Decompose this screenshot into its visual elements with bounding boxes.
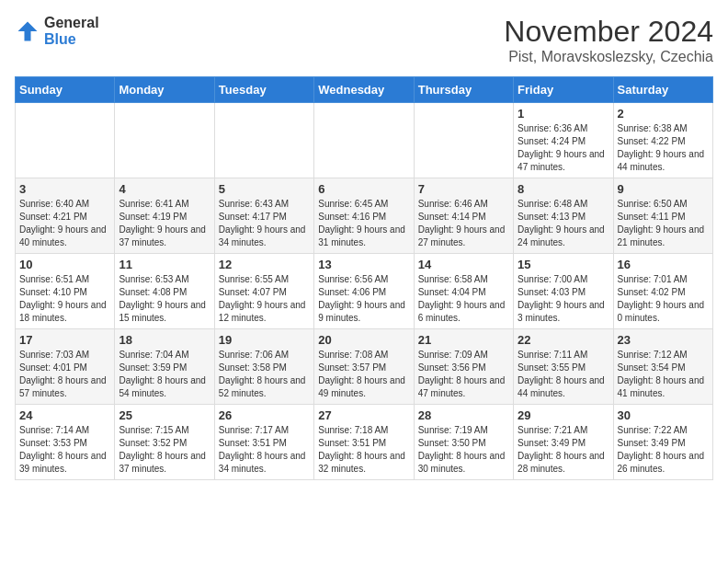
day-cell: 27Sunrise: 7:18 AM Sunset: 3:51 PM Dayli… <box>314 405 414 480</box>
day-number: 19 <box>219 333 310 347</box>
day-info: Sunrise: 7:14 AM Sunset: 3:53 PM Dayligh… <box>19 424 110 476</box>
day-info: Sunrise: 7:08 AM Sunset: 3:57 PM Dayligh… <box>318 349 409 400</box>
day-info: Sunrise: 7:21 AM Sunset: 3:49 PM Dayligh… <box>518 424 609 476</box>
day-info: Sunrise: 7:01 AM Sunset: 4:02 PM Dayligh… <box>618 273 709 325</box>
logo-general-text: General <box>44 15 99 31</box>
day-cell: 24Sunrise: 7:14 AM Sunset: 3:53 PM Dayli… <box>16 405 115 480</box>
day-number: 26 <box>219 408 310 422</box>
day-cell: 30Sunrise: 7:22 AM Sunset: 3:49 PM Dayli… <box>613 405 712 480</box>
day-number: 23 <box>618 333 709 347</box>
day-cell: 13Sunrise: 6:56 AM Sunset: 4:06 PM Dayli… <box>314 254 414 329</box>
week-row-2: 3Sunrise: 6:40 AM Sunset: 4:21 PM Daylig… <box>16 178 713 254</box>
day-cell: 21Sunrise: 7:09 AM Sunset: 3:56 PM Dayli… <box>414 329 513 405</box>
col-thursday: Thursday <box>414 77 513 103</box>
day-cell: 15Sunrise: 7:00 AM Sunset: 4:03 PM Dayli… <box>514 254 613 329</box>
day-number: 17 <box>19 333 110 347</box>
day-cell: 11Sunrise: 6:53 AM Sunset: 4:08 PM Dayli… <box>115 254 214 329</box>
day-number: 22 <box>518 333 609 347</box>
col-saturday: Saturday <box>613 77 712 103</box>
logo: General Blue <box>15 15 99 47</box>
day-number: 10 <box>19 258 110 271</box>
day-number: 30 <box>618 408 709 422</box>
day-info: Sunrise: 6:45 AM Sunset: 4:16 PM Dayligh… <box>318 198 409 249</box>
day-number: 4 <box>119 182 210 196</box>
day-info: Sunrise: 7:11 AM Sunset: 3:55 PM Dayligh… <box>518 349 609 400</box>
day-info: Sunrise: 6:56 AM Sunset: 4:06 PM Dayligh… <box>318 273 409 325</box>
day-info: Sunrise: 6:41 AM Sunset: 4:19 PM Dayligh… <box>119 198 210 249</box>
day-info: Sunrise: 7:12 AM Sunset: 3:54 PM Dayligh… <box>618 349 709 400</box>
day-info: Sunrise: 7:18 AM Sunset: 3:51 PM Dayligh… <box>318 424 409 476</box>
day-info: Sunrise: 6:40 AM Sunset: 4:21 PM Dayligh… <box>19 198 110 249</box>
day-cell <box>414 103 513 178</box>
day-number: 16 <box>618 258 709 271</box>
day-cell: 3Sunrise: 6:40 AM Sunset: 4:21 PM Daylig… <box>16 178 115 254</box>
header: General Blue November 2024 Pist, Moravsk… <box>15 15 713 65</box>
col-tuesday: Tuesday <box>214 77 313 103</box>
month-title: November 2024 <box>504 15 713 49</box>
day-cell <box>214 103 313 178</box>
day-number: 20 <box>318 333 409 347</box>
day-info: Sunrise: 6:55 AM Sunset: 4:07 PM Dayligh… <box>219 273 310 325</box>
day-cell: 23Sunrise: 7:12 AM Sunset: 3:54 PM Dayli… <box>613 329 712 405</box>
day-cell: 28Sunrise: 7:19 AM Sunset: 3:50 PM Dayli… <box>414 405 513 480</box>
day-cell: 17Sunrise: 7:03 AM Sunset: 4:01 PM Dayli… <box>16 329 115 405</box>
day-number: 15 <box>518 258 609 271</box>
day-info: Sunrise: 7:22 AM Sunset: 3:49 PM Dayligh… <box>618 424 709 476</box>
day-number: 18 <box>119 333 210 347</box>
day-number: 6 <box>318 182 409 196</box>
day-info: Sunrise: 7:03 AM Sunset: 4:01 PM Dayligh… <box>19 349 110 400</box>
day-cell: 18Sunrise: 7:04 AM Sunset: 3:59 PM Dayli… <box>115 329 214 405</box>
day-info: Sunrise: 7:06 AM Sunset: 3:58 PM Dayligh… <box>219 349 310 400</box>
day-cell: 22Sunrise: 7:11 AM Sunset: 3:55 PM Dayli… <box>514 329 613 405</box>
day-info: Sunrise: 6:48 AM Sunset: 4:13 PM Dayligh… <box>518 198 609 249</box>
day-cell: 12Sunrise: 6:55 AM Sunset: 4:07 PM Dayli… <box>214 254 313 329</box>
day-info: Sunrise: 6:46 AM Sunset: 4:14 PM Dayligh… <box>418 198 509 249</box>
day-number: 8 <box>518 182 609 196</box>
day-info: Sunrise: 6:50 AM Sunset: 4:11 PM Dayligh… <box>618 198 709 249</box>
day-number: 21 <box>418 333 509 347</box>
col-monday: Monday <box>115 77 214 103</box>
day-number: 24 <box>19 408 110 422</box>
day-info: Sunrise: 7:17 AM Sunset: 3:51 PM Dayligh… <box>219 424 310 476</box>
day-info: Sunrise: 6:38 AM Sunset: 4:22 PM Dayligh… <box>618 122 709 174</box>
calendar-header: Sunday Monday Tuesday Wednesday Thursday… <box>16 77 713 103</box>
day-cell: 6Sunrise: 6:45 AM Sunset: 4:16 PM Daylig… <box>314 178 414 254</box>
day-info: Sunrise: 6:36 AM Sunset: 4:24 PM Dayligh… <box>518 122 609 174</box>
day-number: 12 <box>219 258 310 271</box>
day-info: Sunrise: 7:09 AM Sunset: 3:56 PM Dayligh… <box>418 349 509 400</box>
day-cell: 9Sunrise: 6:50 AM Sunset: 4:11 PM Daylig… <box>613 178 712 254</box>
location-title: Pist, Moravskoslezsky, Czechia <box>504 49 713 65</box>
day-number: 28 <box>418 408 509 422</box>
day-info: Sunrise: 6:53 AM Sunset: 4:08 PM Dayligh… <box>119 273 210 325</box>
calendar-table: Sunday Monday Tuesday Wednesday Thursday… <box>15 76 713 480</box>
day-cell: 8Sunrise: 6:48 AM Sunset: 4:13 PM Daylig… <box>514 178 613 254</box>
calendar-body: 1Sunrise: 6:36 AM Sunset: 4:24 PM Daylig… <box>16 103 713 480</box>
day-number: 2 <box>618 107 709 121</box>
week-row-4: 17Sunrise: 7:03 AM Sunset: 4:01 PM Dayli… <box>16 329 713 405</box>
day-cell: 14Sunrise: 6:58 AM Sunset: 4:04 PM Dayli… <box>414 254 513 329</box>
day-number: 11 <box>119 258 210 271</box>
col-wednesday: Wednesday <box>314 77 414 103</box>
day-cell: 2Sunrise: 6:38 AM Sunset: 4:22 PM Daylig… <box>613 103 712 178</box>
day-cell <box>115 103 214 178</box>
day-cell: 16Sunrise: 7:01 AM Sunset: 4:02 PM Dayli… <box>613 254 712 329</box>
day-number: 27 <box>318 408 409 422</box>
day-number: 14 <box>418 258 509 271</box>
day-cell: 20Sunrise: 7:08 AM Sunset: 3:57 PM Dayli… <box>314 329 414 405</box>
day-info: Sunrise: 6:51 AM Sunset: 4:10 PM Dayligh… <box>19 273 110 325</box>
day-number: 1 <box>518 107 609 121</box>
header-row: Sunday Monday Tuesday Wednesday Thursday… <box>16 77 713 103</box>
day-cell: 5Sunrise: 6:43 AM Sunset: 4:17 PM Daylig… <box>214 178 313 254</box>
week-row-1: 1Sunrise: 6:36 AM Sunset: 4:24 PM Daylig… <box>16 103 713 178</box>
day-info: Sunrise: 7:19 AM Sunset: 3:50 PM Dayligh… <box>418 424 509 476</box>
day-info: Sunrise: 6:43 AM Sunset: 4:17 PM Dayligh… <box>219 198 310 249</box>
week-row-5: 24Sunrise: 7:14 AM Sunset: 3:53 PM Dayli… <box>16 405 713 480</box>
week-row-3: 10Sunrise: 6:51 AM Sunset: 4:10 PM Dayli… <box>16 254 713 329</box>
day-cell: 25Sunrise: 7:15 AM Sunset: 3:52 PM Dayli… <box>115 405 214 480</box>
day-cell <box>314 103 414 178</box>
day-number: 9 <box>618 182 709 196</box>
day-cell: 7Sunrise: 6:46 AM Sunset: 4:14 PM Daylig… <box>414 178 513 254</box>
title-area: November 2024 Pist, Moravskoslezsky, Cze… <box>504 15 713 65</box>
col-sunday: Sunday <box>16 77 115 103</box>
day-number: 5 <box>219 182 310 196</box>
